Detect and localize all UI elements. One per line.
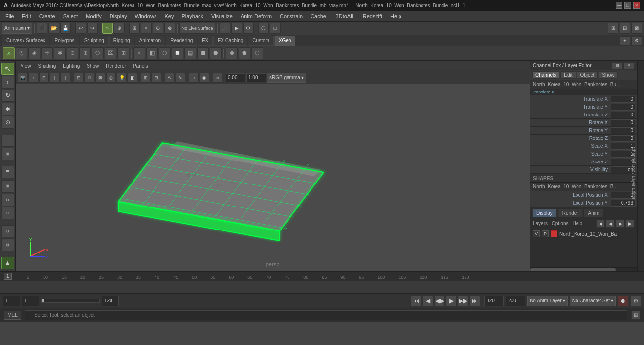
cb-tab-channels[interactable]: Channels (532, 71, 559, 79)
tab-fx-caching[interactable]: FX Caching (213, 36, 247, 46)
new-scene-button[interactable]: ⬛ (37, 23, 47, 34)
rotate-y-input[interactable] (611, 127, 635, 134)
vp-filmgate-button[interactable]: ▫ (28, 73, 38, 83)
range-end-input[interactable] (102, 296, 119, 306)
channel-visibility[interactable]: Visibility (530, 166, 637, 174)
lp-tab-display[interactable]: Display (532, 209, 557, 217)
vp-shading-menu[interactable]: Shading (35, 62, 59, 69)
save-file-button[interactable]: 💾 (60, 23, 71, 34)
tool-graph-editor[interactable]: 🔲 (172, 47, 183, 59)
layer-item[interactable]: V P North_Korea_10_Won_Ba (531, 229, 636, 239)
channel-scale-z[interactable]: Scale Z (530, 158, 637, 166)
tool-cluster[interactable]: ⊙ (67, 47, 78, 59)
translate-x-input[interactable] (611, 96, 635, 103)
tab-rendering[interactable]: Rendering (166, 36, 197, 46)
snap-grid-button[interactable]: ⊞ (129, 23, 140, 34)
render-view-button[interactable]: 🎥 (220, 23, 230, 34)
hypershade-button[interactable]: ⬡ (258, 23, 269, 34)
channel-translate-y[interactable]: Translate Y (530, 103, 637, 111)
vp-snap2-button[interactable]: | (61, 73, 70, 83)
menu-anim-deform[interactable]: Anim Deform (237, 12, 275, 20)
tab-xgen[interactable]: XGen (274, 36, 296, 46)
menu-visualize[interactable]: Visualize (208, 12, 236, 20)
menu-display[interactable]: Display (106, 12, 131, 20)
tool-camera[interactable]: ⬣ (210, 47, 222, 59)
rotate-tool[interactable]: ↻ (1, 90, 14, 102)
tool-key-1[interactable]: ⌖ (133, 47, 145, 59)
lasso-tool-button[interactable]: ⊕ (114, 23, 125, 34)
vp-zoom-input[interactable] (246, 73, 266, 82)
go-to-start-button[interactable]: ⏮ (411, 296, 422, 306)
menu-help[interactable]: Help (387, 12, 405, 20)
menu-cache[interactable]: Cache (307, 12, 330, 20)
shapes-section-header[interactable]: SHAPES (530, 174, 637, 183)
channel-local-pos-y[interactable]: Local Position Y (530, 199, 637, 207)
tool-add-joint[interactable]: ✛ (41, 47, 53, 59)
range-start-input[interactable] (3, 296, 20, 306)
isolate-select[interactable]: ⊟ (1, 225, 14, 237)
vp-colorspace-dropdown[interactable]: sRGB gamma ▾ (267, 73, 306, 83)
tool-dope-sheet[interactable]: ▤ (184, 47, 196, 59)
display-options-button[interactable]: ⊞ (608, 23, 619, 34)
undo-button[interactable]: ↩ (75, 23, 86, 34)
layer-color-swatch[interactable] (551, 230, 557, 237)
maximize-button[interactable]: □ (624, 2, 631, 9)
tool-key-2[interactable]: ◧ (146, 47, 158, 59)
snap-surface-button[interactable]: ⊗ (164, 23, 175, 34)
tab-animation[interactable]: Animation (135, 36, 165, 46)
mel-indicator[interactable]: MEL (4, 311, 21, 320)
channel-local-pos-x[interactable]: Local Position X (530, 191, 637, 199)
vp-camera-button[interactable]: 📷 (18, 73, 27, 83)
hud-button[interactable]: ⊠ (631, 23, 642, 34)
channel-rotate-z[interactable]: Rotate Z (530, 135, 637, 142)
tool-lattice[interactable]: ⊕ (79, 47, 91, 59)
channel-scale-y[interactable]: Scale Y (530, 150, 637, 158)
layer-prev2-button[interactable]: ◀ (606, 220, 615, 228)
layer-next2-button[interactable]: ▶ (625, 220, 634, 228)
vp-fog-button[interactable]: ≈ (213, 73, 222, 83)
translate-y-input[interactable] (611, 104, 635, 111)
menu-select[interactable]: Select (60, 12, 82, 20)
new-camera[interactable]: ▲ (1, 257, 14, 269)
vp-fov-input[interactable] (226, 73, 245, 82)
current-frame-input[interactable] (22, 296, 39, 306)
workspace-dropdown[interactable]: Animation ▾ (2, 23, 32, 34)
vp-select-button[interactable]: ↖ (165, 73, 175, 83)
uv-editor-button[interactable]: □ (270, 23, 281, 34)
vp-renderer-menu[interactable]: Renderer (103, 62, 129, 69)
timeline-scrubber[interactable] (41, 299, 100, 303)
xray-toggle[interactable]: ⊠ (1, 238, 14, 251)
next-frame-button[interactable]: ▶▶ (458, 296, 468, 306)
select-tool-button[interactable]: ↖ (102, 23, 113, 34)
tool-extra-2[interactable]: ⬟ (239, 47, 250, 59)
menu-constrain[interactable]: Constrain (276, 12, 306, 20)
soft-select[interactable]: □ (1, 135, 14, 147)
layer-next-button[interactable]: ▶ (616, 220, 624, 228)
menu-windows[interactable]: Windows (132, 12, 160, 20)
layer-menu-options[interactable]: Options (552, 221, 568, 226)
channel-translate-x[interactable]: Translate X (530, 95, 637, 103)
menu-playback[interactable]: Playback (178, 12, 207, 20)
minimize-button[interactable]: — (616, 2, 622, 9)
tool-skin[interactable]: ⌧ (105, 47, 116, 59)
tool-extra-1[interactable]: ⊗ (226, 47, 238, 59)
rotate-x-input[interactable] (611, 119, 635, 126)
channel-box-float[interactable]: ⊟ (612, 62, 622, 69)
rotate-z-input[interactable] (611, 135, 635, 142)
vp-view-menu[interactable]: View (18, 62, 34, 69)
snap-to-point[interactable]: ⊙ (1, 194, 14, 206)
vp-smooth-button[interactable]: ◎ (106, 73, 116, 83)
menu-3dtoall[interactable]: -3DtoAll- (331, 12, 358, 20)
tab-custom[interactable]: Custom (248, 36, 273, 46)
vp-hud-button[interactable]: ⊟ (152, 73, 161, 83)
menu-edit[interactable]: Edit (19, 12, 35, 20)
vp-isolation-button[interactable]: ○ (189, 73, 199, 83)
layer-visibility-toggle[interactable]: V (533, 230, 540, 237)
tool-sculpt[interactable]: ◈ (28, 47, 40, 59)
vp-shadow-button[interactable]: ◧ (128, 73, 137, 83)
universal-manip[interactable]: ⊙ (1, 116, 14, 128)
show-manip[interactable]: ⊞ (1, 148, 14, 160)
channel-rotate-x[interactable]: Rotate X (530, 119, 637, 127)
vp-lighting-menu[interactable]: Lighting (60, 62, 83, 69)
vp-paint-button[interactable]: ✎ (176, 73, 185, 83)
